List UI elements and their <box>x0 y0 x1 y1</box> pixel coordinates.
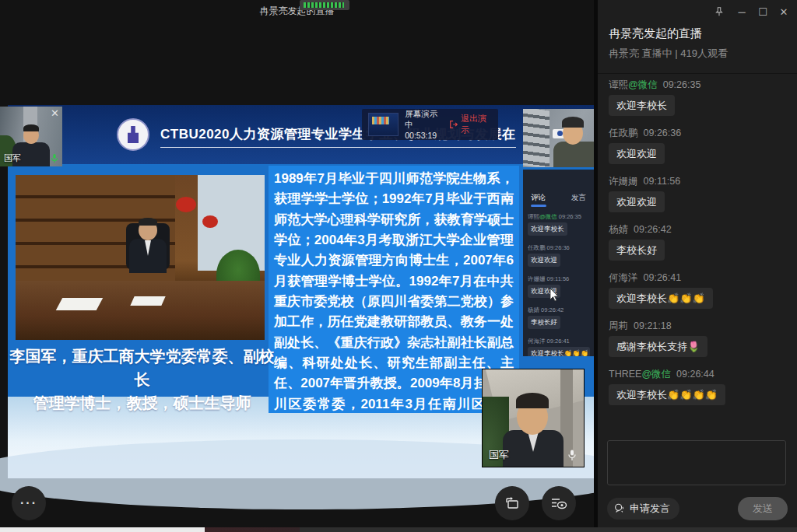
chat-message-header: 许姗姗09:11:56 <box>609 174 791 188</box>
mini-chat-header: 许姗姗 09:11:56 <box>528 275 594 283</box>
chat-message-bubble: 欢迎李校长 <box>609 95 675 116</box>
chat-message-bubble: 李校长好 <box>609 240 665 261</box>
remote-participant-video[interactable] <box>523 109 594 167</box>
volume-bars-icon <box>304 2 344 8</box>
mini-chat-bubble: 欢迎欢迎 <box>528 254 560 267</box>
chat-message: 许姗姗09:11:56 欢迎欢迎 <box>609 174 791 212</box>
share-status: 屏幕演示中 <box>405 108 443 130</box>
desktop-edge-strip <box>0 527 797 532</box>
chat-message: 任政鹏09:26:36 欢迎欢迎 <box>609 126 791 164</box>
microphone-on-icon <box>50 153 59 164</box>
mini-chat-message: 任政鹏 09:26:36 欢迎欢迎 <box>528 244 594 270</box>
mini-chat-bubble: 欢迎李校长👏👏👏 <box>528 347 590 356</box>
share-timer: 00:53:19 <box>405 130 443 141</box>
speaker-name-label: 国军 <box>489 448 509 462</box>
maximize-icon[interactable]: ☐ <box>756 6 770 19</box>
participant-name-label: 国军 <box>4 152 21 164</box>
ellipsis-icon: ··· <box>20 496 37 510</box>
office-photo <box>16 175 265 340</box>
chat-message-bubble: 欢迎欢迎 <box>609 191 665 212</box>
speaker-inset-video[interactable]: 国军 <box>483 369 584 467</box>
caption-line1: 李国军，重庆工商大学党委常委、副校长 <box>8 345 276 391</box>
chat-message-header: 何海洋09:26:41 <box>609 271 791 285</box>
list-eye-icon <box>549 495 568 512</box>
close-icon[interactable]: ✕ <box>51 107 59 119</box>
exit-icon <box>449 120 458 129</box>
chat-message-header: THREE@微信09:26:44 <box>609 367 791 381</box>
mini-chat-message: 许姗姗 09:11:56 欢迎欢迎 <box>528 275 594 301</box>
toggle-comments-overlay-button[interactable] <box>542 486 576 520</box>
shared-screen-comment-panel: 评论 发言 谭熙@微信 09:26:35 欢迎李校长 任政鹏 09:26:36 … <box>523 170 594 356</box>
live-stream-window: 冉景亮发起的直播 CTBU2020人力资源管理专业学生学业、职业规划与发展在 1… <box>0 0 797 532</box>
chat-message-header: 谭熙@微信09:26:35 <box>609 78 791 92</box>
pin-icon[interactable] <box>714 6 728 19</box>
tab-comments[interactable]: 评论 <box>531 193 546 207</box>
chat-message-header: 周莉09:21:18 <box>609 319 791 333</box>
comment-tabs: 评论 发言 <box>523 193 594 207</box>
chat-side-panel: ─ ☐ ✕ 冉景亮发起的直播 冉景亮 直播中 | 419人观看 谭熙@微信09:… <box>598 0 797 527</box>
request-speak-button[interactable]: 申请发言 <box>607 498 679 520</box>
mini-chat-header: 杨婧 09:26:42 <box>528 306 594 314</box>
share-preview-thumbnail <box>368 113 398 136</box>
chat-message: 何海洋09:26:41 欢迎李校长👏👏👏 <box>609 271 791 309</box>
mini-chat-list[interactable]: 谭熙@微信 09:26:35 欢迎李校长 任政鹏 09:26:36 欢迎欢迎 许… <box>528 213 594 356</box>
chat-message-header: 杨婧09:26:42 <box>609 222 791 236</box>
mouse-cursor <box>549 288 560 303</box>
mini-chat-message: 杨婧 09:26:42 李校长好 <box>528 306 594 332</box>
panel-bottom-bar: 申请发言 发送 <box>607 497 788 520</box>
screen-share-bar: 屏幕演示中 00:53:19 退出演示 <box>362 109 498 140</box>
chat-message-list[interactable]: 谭熙@微信09:26:35 欢迎李校长 任政鹏09:26:36 欢迎欢迎 许姗姗… <box>609 78 791 437</box>
biography-text: 1989年7月毕业于四川师范学院生物系，获理学学士学位；1992年7月毕业于西南… <box>269 166 519 413</box>
divider <box>598 73 797 74</box>
window-controls: ─ ☐ ✕ <box>714 6 791 19</box>
chat-message-header: 任政鹏09:26:36 <box>609 126 791 140</box>
stream-title: 冉景亮发起的直播 <box>609 26 702 41</box>
chat-message: THREE@微信09:26:44 欢迎李校长👏👏👏👏 <box>609 367 791 405</box>
mini-chat-header: 任政鹏 09:26:36 <box>528 244 594 252</box>
university-logo <box>117 118 149 151</box>
stage-overlay-title: 冉景亮发起的直播 <box>0 5 594 18</box>
send-button[interactable]: 发送 <box>738 497 788 520</box>
chat-message: 杨婧09:26:42 李校长好 <box>609 222 791 261</box>
more-options-button[interactable]: ··· <box>12 486 46 520</box>
exit-presentation-button[interactable]: 退出演示 <box>449 113 492 136</box>
switch-layout-button[interactable] <box>495 486 529 520</box>
mini-chat-bubble: 李校长好 <box>528 316 560 329</box>
chat-message: 周莉09:21:18 感谢李校长支持🌷 <box>609 319 791 357</box>
caption-line2: 管理学博士，教授，硕士生导师 <box>8 391 276 415</box>
participant-thumbnail-video[interactable]: 国军 ✕ <box>0 107 62 166</box>
minimize-icon[interactable]: ─ <box>735 6 749 19</box>
stream-status-viewers: 冉景亮 直播中 | 419人观看 <box>609 47 728 61</box>
tab-speak[interactable]: 发言 <box>571 193 586 207</box>
mini-chat-message: 谭熙@微信 09:26:35 欢迎李校长 <box>528 213 594 239</box>
slide-header: CTBU2020人力资源管理专业学生学业、职业规划与发展在 <box>8 105 594 164</box>
mini-chat-bubble: 欢迎李校长 <box>528 222 567 236</box>
chat-input[interactable] <box>607 440 786 485</box>
switch-layout-icon <box>504 495 521 512</box>
chat-message-bubble: 欢迎李校长👏👏👏👏 <box>609 384 725 405</box>
microphone-icon <box>567 449 578 462</box>
chat-message-bubble: 欢迎欢迎 <box>609 143 665 164</box>
mini-chat-message: 何海洋 09:26:41 欢迎李校长👏👏👏 <box>528 338 594 356</box>
volume-indicator <box>300 0 349 10</box>
chat-message: 谭熙@微信09:26:35 欢迎李校长 <box>609 78 791 116</box>
mini-chat-header: 谭熙@微信 09:26:35 <box>528 213 594 221</box>
mini-chat-header: 何海洋 09:26:41 <box>528 338 594 345</box>
chat-message-bubble: 欢迎李校长👏👏👏 <box>609 288 713 309</box>
live-stage: 冉景亮发起的直播 CTBU2020人力资源管理专业学生学业、职业规划与发展在 1… <box>0 0 594 527</box>
speaking-head-icon <box>613 502 626 515</box>
speaker-caption: 李国军，重庆工商大学党委常委、副校长 管理学博士，教授，硕士生导师 <box>8 345 276 415</box>
close-icon[interactable]: ✕ <box>777 6 791 19</box>
chat-message-bubble: 感谢李校长支持🌷 <box>609 336 707 357</box>
